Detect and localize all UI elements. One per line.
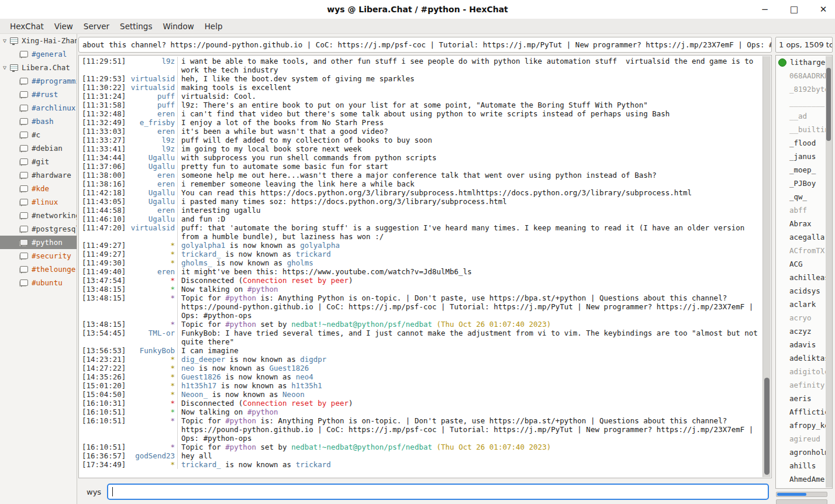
tree-channel--ubuntu[interactable]: #ubuntu xyxy=(0,276,77,289)
chat-message: Guest1826 is now known as neo4 xyxy=(177,372,762,381)
user-item[interactable]: agireud xyxy=(776,432,832,446)
tree-channel--linux[interactable]: #linux xyxy=(0,195,77,209)
user-item[interactable]: _moep_ xyxy=(776,163,832,177)
tree-server-xing-hai-zhan[interactable]: ▽Xing-Hai-Zhan xyxy=(0,34,77,47)
message-text: is now known as xyxy=(221,372,296,381)
maximize-button[interactable]: □ xyxy=(787,4,801,15)
menu-item-window[interactable]: Window xyxy=(157,20,199,33)
user-item[interactable]: aeris xyxy=(776,392,832,405)
window-controls: − □ ✕ xyxy=(758,0,830,19)
tree-channel--general[interactable]: #general xyxy=(0,47,77,61)
tree-channel--kde[interactable]: #kde xyxy=(0,182,77,195)
chat-nick: * xyxy=(125,241,175,250)
chat-row: [11:38:16]ereni remember someone leaving… xyxy=(79,179,762,188)
tree-item-label: Xing-Hai-Zhan xyxy=(22,36,77,45)
user-item[interactable]: aczyz xyxy=(776,325,832,338)
user-item[interactable]: AhmedAmer xyxy=(776,472,832,486)
chat-scrollbar-thumb[interactable] xyxy=(764,378,770,475)
message-text-b: gholms xyxy=(287,258,313,267)
tree-channel--hardware[interactable]: #hardware xyxy=(0,168,77,182)
message-text-b: trickard xyxy=(296,250,331,258)
user-name: Afflictio xyxy=(789,408,829,416)
user-item[interactable]: acegalla- xyxy=(776,230,832,244)
user-item[interactable]: __ad xyxy=(776,109,832,123)
user-item[interactable]: _janus xyxy=(776,150,832,163)
user-item[interactable]: aclark xyxy=(776,298,832,311)
tree-channel--debian[interactable]: #debian xyxy=(0,141,77,155)
user-item[interactable]: adavis xyxy=(776,338,832,351)
menu-item-view[interactable]: View xyxy=(49,20,78,33)
message-text-b: digdpr xyxy=(300,355,326,364)
tree-item-label: #hardware xyxy=(32,171,71,179)
message-text: Topic for xyxy=(181,294,225,302)
expander-icon[interactable]: ▽ xyxy=(3,64,10,71)
user-item[interactable]: afropy_ke xyxy=(776,419,832,432)
chat-scrollbar[interactable] xyxy=(762,56,771,477)
user-item[interactable]: 068AADRKN xyxy=(776,69,832,82)
tree-channel--bash[interactable]: #bash xyxy=(0,115,77,128)
chat-row: [11:29:53]virtualsidheh, I like the boot… xyxy=(79,74,762,83)
tree-channel--postgresql[interactable]: #postgresql xyxy=(0,222,77,236)
user-item[interactable]: achilleas xyxy=(776,271,832,284)
user-item[interactable]: _PJBoy xyxy=(776,177,832,190)
user-item[interactable]: ACfromTX xyxy=(776,244,832,257)
chat-message: trickard_ is now known as trickard xyxy=(177,250,762,258)
nick-label[interactable]: wys xyxy=(87,488,101,496)
tree-channel--python[interactable]: #python xyxy=(0,236,77,249)
user-item[interactable]: adigitole xyxy=(776,365,832,378)
userlist-scrollbar[interactable] xyxy=(826,56,832,488)
tree-channel--c[interactable]: #c xyxy=(0,128,77,141)
tree-channel--networking[interactable]: #networking xyxy=(0,209,77,222)
chat-row: [11:49:30]*gholms_ is now known as gholm… xyxy=(79,258,762,267)
chat-row: [11:49:27]*golyalpha1 is now known as go… xyxy=(79,241,762,250)
user-item[interactable]: _qw_ xyxy=(776,190,832,203)
chat-message: im going to my local book store next wee… xyxy=(177,144,762,153)
menu-item-server[interactable]: Server xyxy=(78,20,115,33)
tree-channel--programming[interactable]: ##programming xyxy=(0,74,77,88)
tree-channel--rust[interactable]: ##rust xyxy=(0,88,77,101)
user-item[interactable]: ahills xyxy=(776,459,832,472)
message-input[interactable] xyxy=(107,484,769,500)
minimize-button[interactable]: − xyxy=(758,4,772,15)
message-text: Topic for xyxy=(181,443,225,451)
message-text xyxy=(432,320,437,329)
message-text-b: neo xyxy=(181,364,195,372)
user-item[interactable]: _8192byte xyxy=(776,82,832,96)
user-item[interactable]: acryo xyxy=(776,311,832,325)
close-button[interactable]: ✕ xyxy=(816,4,830,15)
user-item[interactable]: Afflictio xyxy=(776,405,832,419)
chat-message: interesting ugallu xyxy=(177,206,762,215)
tree-server-libera-chat[interactable]: ▽Libera.Chat xyxy=(0,61,77,74)
message-text-r: Connection reset by peer xyxy=(243,276,349,285)
user-item[interactable]: ACG xyxy=(776,257,832,271)
tree-channel--security[interactable]: #security xyxy=(0,249,77,263)
tree-channel--archlinux[interactable]: #archlinux xyxy=(0,101,77,115)
chat-area[interactable]: [11:29:51]l9zi want be able to make tool… xyxy=(78,55,772,478)
message-text: is: Anything Python is on-topic. | Don't… xyxy=(181,416,758,443)
topic-input[interactable]: about this channel? https://pound-python… xyxy=(78,37,772,53)
user-item[interactable]: Abrax xyxy=(776,217,832,230)
expander-icon[interactable]: ▽ xyxy=(3,37,10,44)
user-item[interactable]: aefinity xyxy=(776,378,832,392)
user-item[interactable]: __builtin xyxy=(776,123,832,136)
menu-item-settings[interactable]: Settings xyxy=(115,20,157,33)
menu-item-hexchat[interactable]: HexChat xyxy=(5,20,49,33)
user-item[interactable]: _flood xyxy=(776,136,832,150)
user-item[interactable]: ________ xyxy=(776,96,832,109)
userlist-scrollbar-thumb[interactable] xyxy=(826,68,831,141)
channel-icon xyxy=(20,172,28,178)
chat-row: [13:48:15]*Now talking on #python xyxy=(79,285,762,294)
message-text-b: trickard_ xyxy=(181,250,221,258)
chat-timestamp: [11:29:53] xyxy=(79,74,125,83)
tree-channel--thelounge[interactable]: #thelounge xyxy=(0,263,77,276)
user-item[interactable]: adeliktas xyxy=(776,351,832,365)
user-item[interactable]: litharge xyxy=(776,56,832,69)
user-item[interactable]: acidsys xyxy=(776,284,832,298)
message-text-p: #python xyxy=(247,408,278,416)
user-item[interactable]: abff xyxy=(776,203,832,217)
menu-item-help[interactable]: Help xyxy=(199,20,228,33)
chat-nick: puff xyxy=(125,101,175,109)
user-item[interactable]: agronholm xyxy=(776,446,832,459)
tree-channel--git[interactable]: #git xyxy=(0,155,77,168)
chat-message: Disconnected (Connection reset by peer) xyxy=(177,399,762,408)
